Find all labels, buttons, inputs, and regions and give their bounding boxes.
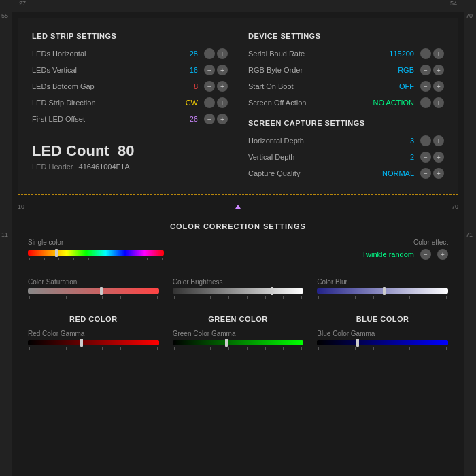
saturation-thumb[interactable] (100, 287, 103, 295)
ruler-top-right: 54 (450, 0, 457, 7)
tick (88, 258, 89, 260)
red-gamma-track[interactable] (28, 340, 159, 345)
tick (228, 296, 229, 299)
tick (157, 296, 158, 299)
leds-v-plus[interactable]: + (217, 65, 228, 75)
screen-off-row: Screen Off Action NO ACTION − + (248, 97, 444, 108)
capture-quality-label: Capture Quality (248, 169, 380, 177)
tick (192, 296, 192, 299)
color-effect-minus[interactable]: − (420, 249, 431, 260)
tick (446, 296, 447, 299)
tick (66, 347, 67, 350)
tick (58, 258, 59, 260)
leds-h-minus[interactable]: − (204, 48, 215, 59)
tick (174, 347, 175, 350)
v-depth-plus[interactable]: + (433, 152, 444, 163)
boot-minus[interactable]: − (420, 81, 431, 92)
v-depth-minus[interactable]: − (420, 152, 431, 163)
rainbow-slider-thumb[interactable] (55, 249, 58, 257)
color-effect-row: Twinkle random − + (362, 249, 448, 260)
v-depth-label: Vertical Depth (248, 153, 380, 161)
tick (66, 296, 67, 299)
ruler-right: 70 71 (464, 0, 476, 476)
color-correction-section: COLOR CORRECTION SETTINGS Single color (18, 216, 458, 367)
tick (355, 296, 356, 299)
ruler-left-top: 55 (1, 12, 8, 19)
red-gamma-thumb[interactable] (80, 339, 83, 347)
single-color-label: Single color (28, 239, 362, 246)
tick (392, 296, 392, 299)
rgb-order-minus[interactable]: − (420, 65, 431, 75)
rainbow-slider-track[interactable] (28, 250, 164, 256)
rainbow-slider-container (28, 250, 362, 260)
leds-offset-value: -26 (164, 115, 198, 123)
screen-off-plus[interactable]: + (433, 97, 444, 108)
top-panel: LED STRIP SETTINGS LEDs Horizontal 28 − … (18, 18, 458, 195)
leds-dir-plus[interactable]: + (217, 97, 228, 108)
led-count-value: 80 (118, 142, 134, 159)
blue-gamma-track[interactable] (317, 340, 448, 345)
ruler-right-bottom: 71 (466, 231, 473, 238)
blur-thumb[interactable] (383, 287, 386, 295)
leds-gap-plus[interactable]: + (217, 81, 228, 92)
brightness-slider: Color Brightness (173, 278, 304, 299)
ruler-marker-row: 10 70 (18, 201, 458, 213)
green-color-title: GREEN COLOR (173, 315, 304, 323)
saturation-track[interactable] (28, 288, 159, 294)
tick (337, 347, 337, 350)
tick (192, 347, 192, 350)
setting-row-offset: First LED Offset -26 − + (32, 114, 228, 124)
saturation-slider: Color Saturation (28, 278, 159, 299)
baud-minus[interactable]: − (420, 48, 431, 59)
h-depth-minus[interactable]: − (420, 135, 431, 146)
capture-quality-minus[interactable]: − (420, 168, 431, 179)
leds-dir-minus[interactable]: − (204, 97, 215, 108)
tick (301, 296, 302, 299)
screen-capture-title: SCREEN CAPTURE SETTINGS (248, 119, 444, 127)
h-depth-plus[interactable]: + (433, 135, 444, 146)
capture-quality-plus[interactable]: + (433, 168, 444, 179)
blue-gamma-thumb[interactable] (356, 339, 359, 347)
green-color-col: GREEN COLOR Green Color Gamma (173, 315, 304, 360)
leds-h-value: 28 (164, 50, 198, 58)
tick (102, 347, 103, 350)
leds-h-plus[interactable]: + (217, 48, 228, 59)
tick (120, 347, 121, 350)
brightness-thumb[interactable] (271, 287, 273, 295)
tick (392, 347, 392, 350)
boot-label: Start On Boot (248, 82, 380, 90)
baud-plus[interactable]: + (433, 48, 444, 59)
brightness-track[interactable] (173, 288, 304, 294)
boot-plus[interactable]: + (433, 81, 444, 92)
color-effect-plus[interactable]: + (437, 249, 448, 260)
tick (29, 347, 30, 350)
leds-gap-minus[interactable]: − (204, 81, 215, 92)
tick (355, 347, 356, 350)
color-effect-value: Twinkle random (362, 250, 414, 258)
green-gamma-label: Green Color Gamma (173, 330, 304, 337)
leds-offset-minus[interactable]: − (204, 114, 215, 124)
tick (318, 296, 319, 299)
leds-v-label: LEDs Vertical (32, 66, 164, 74)
red-gamma-slider: Red Color Gamma (28, 330, 159, 350)
led-header-row: LED Header 416461004F1A (32, 163, 228, 171)
blue-color-title: BLUE COLOR (317, 315, 448, 323)
color-effect-label: Color effect (413, 239, 448, 246)
leds-v-minus[interactable]: − (204, 65, 215, 75)
screen-off-value: NO ACTION (373, 99, 414, 107)
led-header-label: LED Header (32, 163, 73, 171)
green-gamma-thumb[interactable] (225, 339, 228, 347)
red-color-col: RED COLOR Red Color Gamma (28, 315, 159, 360)
rgb-order-value: RGB (380, 66, 414, 74)
rgb-order-plus[interactable]: + (433, 65, 444, 75)
blur-track[interactable] (317, 288, 448, 294)
green-gamma-track[interactable] (173, 340, 304, 345)
blur-slider: Color Blur (317, 278, 448, 299)
blur-label: Color Blur (317, 278, 448, 286)
screen-off-minus[interactable]: − (420, 97, 431, 108)
ruler-bottom-left: 10 (18, 203, 24, 210)
led-count-area: LED Count 80 LED Header 416461004F1A (32, 135, 228, 171)
leds-offset-plus[interactable]: + (217, 114, 228, 124)
led-count-label: LED Count (32, 142, 109, 159)
device-settings-panel: DEVICE SETTINGS Serial Baud Rate 115200 … (248, 32, 444, 108)
